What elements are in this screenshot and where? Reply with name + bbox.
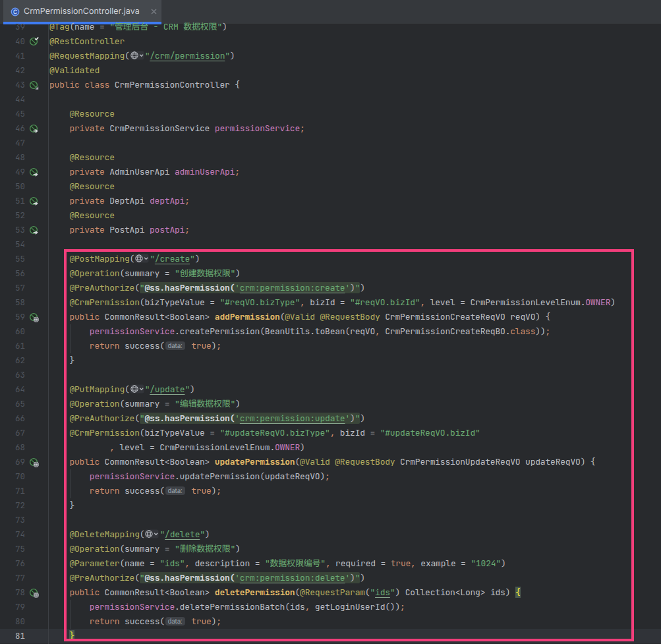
svg-text:C: C bbox=[13, 9, 17, 15]
